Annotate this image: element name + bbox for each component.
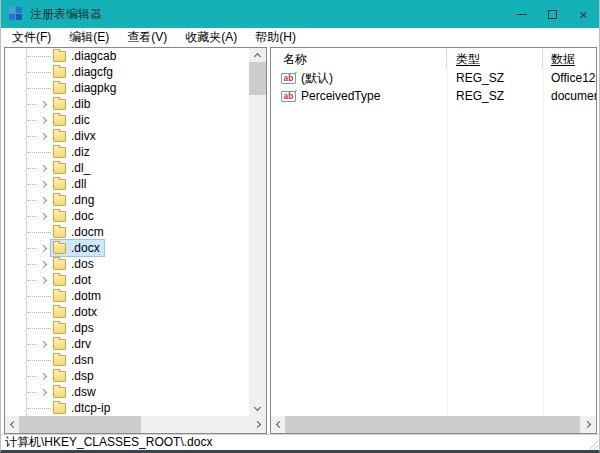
main-area: .diagcab .diagcfg .diagpkg .dib .dic: [1, 47, 599, 434]
tree-item-label: .doc: [71, 209, 94, 223]
selected-key-path: 计算机\HKEY_CLASSES_ROOT\.docx: [5, 434, 212, 451]
close-button[interactable]: ×: [568, 0, 599, 28]
expand-chevron-icon[interactable]: [38, 210, 51, 223]
tree-item[interactable]: .diagcfg: [5, 64, 249, 80]
tree-vertical-scrollbar[interactable]: [249, 48, 266, 416]
tree-item-label: .dsw: [71, 385, 96, 399]
horizontal-scroll-thumb[interactable]: [19, 416, 141, 433]
folder-icon: [53, 355, 66, 366]
tree-item[interactable]: .docm: [5, 224, 249, 240]
tree-connector: [27, 232, 51, 233]
tree-connector: [27, 72, 51, 73]
list-horizontal-scrollbar[interactable]: [271, 416, 596, 433]
value-type: REG_SZ: [447, 71, 543, 85]
tree-item[interactable]: .dot: [5, 272, 249, 288]
value-row[interactable]: ab PerceivedType REG_SZ documen: [271, 87, 596, 105]
expand-chevron-icon[interactable]: [38, 258, 51, 271]
menu-item[interactable]: 查看(V): [118, 27, 176, 48]
column-header-data[interactable]: 数据: [543, 48, 596, 68]
tree-item[interactable]: .diagpkg: [5, 80, 249, 96]
maximize-button[interactable]: [537, 0, 568, 28]
tree-item[interactable]: .dos: [5, 256, 249, 272]
expand-chevron-icon[interactable]: [38, 178, 51, 191]
tree-item-label: .diagcab: [71, 49, 116, 63]
tree-item[interactable]: .dsw: [5, 384, 249, 400]
expand-chevron-icon[interactable]: [38, 274, 51, 287]
expand-chevron-icon[interactable]: [38, 194, 51, 207]
expand-chevron-icon[interactable]: [38, 242, 51, 255]
tree-item-label: .dos: [71, 257, 94, 271]
value-data: documen: [543, 89, 596, 103]
tree-item[interactable]: .divx: [5, 128, 249, 144]
tree-item[interactable]: .diz: [5, 144, 249, 160]
folder-icon: [53, 195, 66, 206]
string-value-icon: ab: [281, 73, 296, 84]
expand-chevron-icon[interactable]: [38, 386, 51, 399]
expand-chevron-icon[interactable]: [38, 98, 51, 111]
minimize-button[interactable]: [506, 0, 537, 28]
tree-item[interactable]: .docx: [5, 240, 249, 256]
column-header-type[interactable]: 类型: [447, 48, 543, 68]
value-data: Office12.: [543, 71, 596, 85]
expand-chevron-icon[interactable]: [38, 114, 51, 127]
value-name: PerceivedType: [301, 89, 380, 103]
folder-icon: [53, 147, 66, 158]
menu-item[interactable]: 编辑(E): [60, 27, 118, 48]
tree-item[interactable]: .dtcp-ip: [5, 400, 249, 416]
chevron-right-icon: [584, 421, 591, 428]
folder-icon: [53, 211, 66, 222]
folder-icon: [53, 99, 66, 110]
tree-item[interactable]: .dll: [5, 176, 249, 192]
column-header-name[interactable]: 名称: [271, 48, 447, 68]
menu-item[interactable]: 帮助(H): [246, 27, 305, 48]
tree-item-label: .dsp: [71, 369, 94, 383]
tree-item[interactable]: .dsp: [5, 368, 249, 384]
tree-item[interactable]: .dps: [5, 320, 249, 336]
vertical-scroll-thumb[interactable]: [249, 62, 266, 95]
expand-chevron-icon[interactable]: [38, 130, 51, 143]
tree-item[interactable]: .dsn: [5, 352, 249, 368]
folder-icon: [53, 131, 66, 142]
expand-chevron-icon[interactable]: [38, 370, 51, 383]
scroll-right-button[interactable]: [581, 416, 596, 433]
folder-icon: [53, 387, 66, 398]
tree-item[interactable]: .dotx: [5, 304, 249, 320]
tree-item-label: .dll: [71, 177, 86, 191]
chevron-right-icon: [254, 421, 261, 428]
tree-item[interactable]: .dib: [5, 96, 249, 112]
column-header-type-label: 类型: [456, 52, 480, 66]
tree-item-label: .dotm: [71, 289, 101, 303]
tree-item[interactable]: .drv: [5, 336, 249, 352]
resize-grip[interactable]: [588, 439, 598, 449]
tree-connector: [27, 408, 51, 409]
tree-item-label: .drv: [71, 337, 91, 351]
scroll-up-button[interactable]: [249, 48, 266, 63]
scroll-right-button[interactable]: [251, 416, 266, 433]
chevron-up-icon: [254, 53, 261, 60]
listview-header: 名称 类型 数据: [271, 48, 596, 68]
menu-item[interactable]: 文件(F): [3, 27, 60, 48]
tree-item[interactable]: .doc: [5, 208, 249, 224]
tree-item-label: .dic: [71, 113, 90, 127]
string-value-icon: ab: [281, 91, 296, 102]
tree-item[interactable]: .diagcab: [5, 48, 249, 64]
tree-item[interactable]: .dl_: [5, 160, 249, 176]
tree-item-label: .dtcp-ip: [71, 401, 110, 415]
folder-icon: [53, 403, 66, 414]
horizontal-scroll-thumb[interactable]: [285, 416, 580, 433]
expand-chevron-icon[interactable]: [38, 162, 51, 175]
tree-item[interactable]: .dotm: [5, 288, 249, 304]
menu-item[interactable]: 收藏夹(A): [176, 27, 246, 48]
scroll-left-button[interactable]: [5, 416, 20, 433]
column-separator: [447, 68, 448, 416]
value-row[interactable]: ab (默认) REG_SZ Office12.: [271, 69, 596, 87]
folder-icon: [53, 227, 66, 238]
tree-item[interactable]: .dic: [5, 112, 249, 128]
scroll-left-button[interactable]: [271, 416, 286, 433]
tree-item[interactable]: .dng: [5, 192, 249, 208]
close-icon: ×: [579, 7, 588, 22]
scroll-down-button[interactable]: [249, 401, 266, 416]
tree-horizontal-scrollbar[interactable]: [5, 416, 266, 433]
expand-chevron-icon[interactable]: [38, 338, 51, 351]
tree-item-label: .divx: [71, 129, 96, 143]
